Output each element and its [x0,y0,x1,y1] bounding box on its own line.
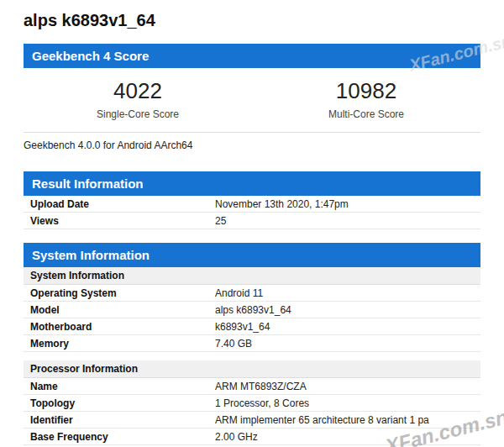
system-information-section: System Information System Information Op… [24,243,480,445]
row-label: Views [30,215,215,227]
row-value: k6893v1_64 [215,321,474,333]
table-row: Upload Date November 13th 2020, 1:47pm [24,196,480,213]
row-label: Topology [30,397,215,409]
score-section: Geekbench 4 Score 4022 Single-Core Score… [24,44,480,158]
geekbench-version-footnote: Geekbench 4.0.0 for Android AArch64 [24,133,480,158]
row-label: Base Frequency [30,431,215,443]
score-section-header: Geekbench 4 Score [24,44,480,68]
table-row: Views 25 [24,213,480,229]
single-core-score-value: 4022 [24,78,252,103]
row-value: alps k6893v1_64 [215,304,474,316]
multi-core-score-value: 10982 [252,78,480,103]
result-information-header: Result Information [24,171,480,196]
row-value: November 13th 2020, 1:47pm [215,198,474,210]
row-label: Model [30,304,215,316]
row-value: ARM MT6893Z/CZA [215,381,474,392]
single-core-score-block: 4022 Single-Core Score [24,78,252,120]
row-label: Name [30,381,215,392]
row-value: 25 [215,215,474,227]
row-label: Upload Date [30,198,215,210]
multi-core-score-block: 10982 Multi-Core Score [252,78,480,120]
row-label: Identifier [30,414,215,426]
table-row: Topology 1 Processor, 8 Cores [24,395,480,412]
table-row: Model alps k6893v1_64 [24,302,480,318]
row-label: Operating System [30,287,215,299]
table-row: Memory 7.40 GB [24,335,480,352]
table-row: Identifier ARM implementer 65 architectu… [24,412,480,429]
result-information-section: Result Information Upload Date November … [24,171,480,229]
scores-row: 4022 Single-Core Score 10982 Multi-Core … [24,68,480,132]
row-value: 1 Processor, 8 Cores [215,397,474,409]
table-row: Base Frequency 2.00 GHz [24,429,480,445]
row-value: 7.40 GB [215,338,474,350]
table-row: Operating System Android 11 [24,285,480,302]
row-value: Android 11 [215,287,474,299]
row-label: Motherboard [30,321,215,333]
table-row: Motherboard k6893v1_64 [24,318,480,335]
row-value: 2.00 GHz [215,431,474,443]
processor-subheader: Processor Information [24,360,480,378]
row-label: Memory [30,338,215,350]
table-row: Name ARM MT6893Z/CZA [24,378,480,395]
system-subheader: System Information [24,267,480,285]
results-page: alps k6893v1_64 Geekbench 4 Score 4022 S… [0,0,504,445]
single-core-score-label: Single-Core Score [24,108,252,120]
page-title: alps k6893v1_64 [24,10,480,30]
multi-core-score-label: Multi-Core Score [252,108,480,120]
system-information-header: System Information [24,243,480,267]
row-value: ARM implementer 65 architecture 8 varian… [215,414,474,426]
